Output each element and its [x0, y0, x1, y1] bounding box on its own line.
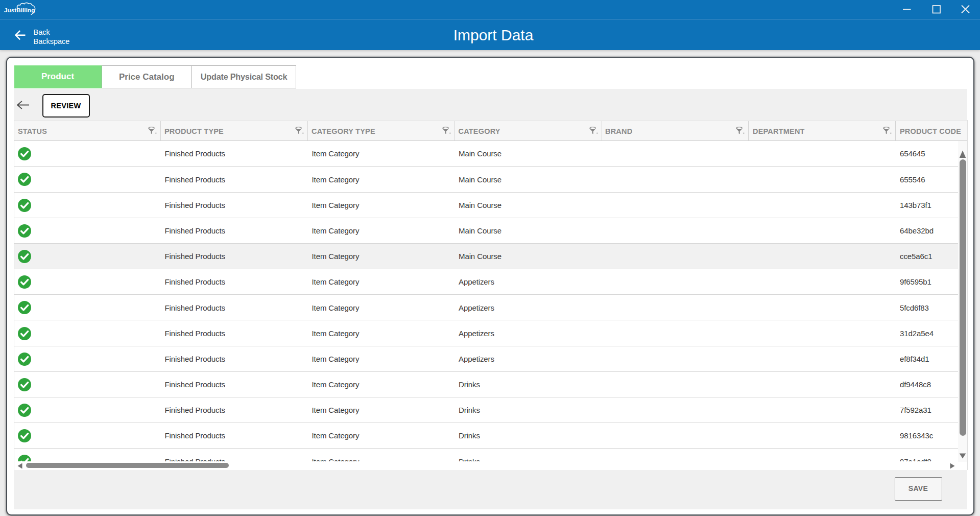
svg-text:JustBilling: JustBilling [4, 7, 35, 13]
